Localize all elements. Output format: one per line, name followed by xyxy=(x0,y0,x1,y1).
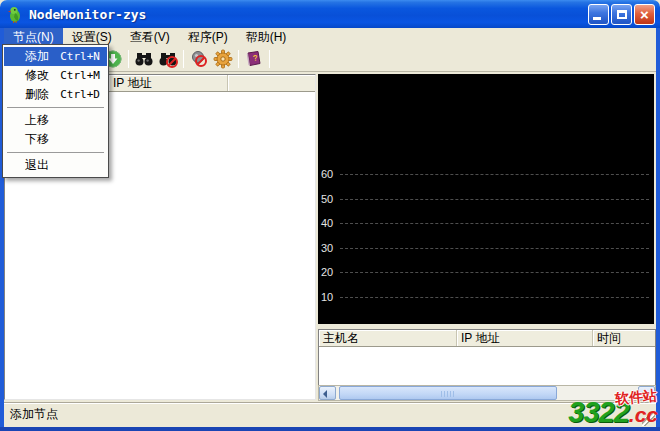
result-table-header: 主机名 IP 地址 时间 xyxy=(319,330,655,347)
gridline xyxy=(340,199,649,200)
menu-separator xyxy=(7,152,104,153)
statusbar: 添加节点 xyxy=(4,403,656,427)
menu-item-delete-label: 删除 xyxy=(25,86,49,103)
menu-item-move-down[interactable]: 下移 xyxy=(4,130,107,149)
window-border-right xyxy=(656,28,660,427)
help-book-icon: ? xyxy=(244,50,264,68)
scroll-left-button[interactable] xyxy=(319,386,336,400)
menu-item-delete[interactable]: 删除 Ctrl+D xyxy=(4,85,107,104)
y-tick-label: 10 xyxy=(321,290,333,304)
watermark: 软件站 3322.cc xyxy=(568,396,658,429)
help-button[interactable]: ? xyxy=(242,48,266,70)
menu-item-exit[interactable]: 退出 xyxy=(4,156,107,175)
settings-button[interactable] xyxy=(211,48,235,70)
result-column-time[interactable]: 时间 xyxy=(593,330,655,346)
menu-help[interactable]: 帮助(H) xyxy=(237,28,296,46)
stop-ball-icon xyxy=(190,50,208,68)
result-column-hostname[interactable]: 主机名 xyxy=(319,330,457,346)
y-tick-label: 60 xyxy=(321,167,333,181)
binoculars-stop-icon xyxy=(158,50,178,68)
result-table[interactable]: 主机名 IP 地址 时间 xyxy=(318,329,656,385)
gridline xyxy=(340,174,649,175)
toolbar-separator xyxy=(128,50,129,68)
y-tick-label: 20 xyxy=(321,265,333,279)
left-arrow-icon xyxy=(323,390,327,398)
maximize-button[interactable] xyxy=(611,4,632,25)
ping-chart: 60 50 40 30 20 10 xyxy=(318,74,654,324)
menu-item-modify[interactable]: 修改 Ctrl+M xyxy=(4,66,107,85)
menu-item-modify-label: 修改 xyxy=(25,67,49,84)
result-column-ip[interactable]: IP 地址 xyxy=(457,330,593,346)
node-list-column-ip[interactable]: IP 地址 xyxy=(109,75,228,91)
node-list-column-filler xyxy=(228,75,315,91)
search-button[interactable] xyxy=(132,48,156,70)
minimize-icon xyxy=(593,17,601,20)
stop-button[interactable] xyxy=(187,48,211,70)
menu-item-move-up[interactable]: 上移 xyxy=(4,111,107,130)
scrollbar-thumb[interactable] xyxy=(339,386,557,400)
menu-view[interactable]: 查看(V) xyxy=(121,28,179,46)
close-icon: × xyxy=(635,5,654,24)
menu-item-modify-accel: Ctrl+M xyxy=(60,69,100,82)
app-window: NodeMonitor-zys × 节点(N) 设置(S) 查看(V) 程序(P… xyxy=(0,0,660,431)
parrot-app-icon xyxy=(6,5,24,23)
window-title: NodeMonitor-zys xyxy=(29,7,588,22)
binoculars-icon xyxy=(134,50,154,68)
minimize-button[interactable] xyxy=(588,4,609,25)
toolbar-separator xyxy=(238,50,239,68)
maximize-icon xyxy=(617,10,627,19)
menu-item-move-down-label: 下移 xyxy=(25,131,49,148)
menu-item-move-up-label: 上移 xyxy=(25,112,49,129)
toolbar-separator xyxy=(183,50,184,68)
gridline xyxy=(340,248,649,249)
menu-item-delete-accel: Ctrl+D xyxy=(60,88,100,101)
menu-item-add-accel: Ctrl+N xyxy=(60,50,100,63)
y-tick-label: 40 xyxy=(321,216,333,230)
menu-item-add[interactable]: 添加 Ctrl+N xyxy=(4,47,107,66)
watermark-site-label: 软件站 xyxy=(614,387,657,409)
gridline xyxy=(340,223,649,224)
toolbar-separator xyxy=(269,50,270,68)
menu-program[interactable]: 程序(P) xyxy=(179,28,237,46)
gridline xyxy=(340,297,649,298)
menu-item-exit-label: 退出 xyxy=(25,157,49,174)
titlebar[interactable]: NodeMonitor-zys × xyxy=(0,0,660,28)
status-text: 添加节点 xyxy=(10,407,58,421)
menu-item-add-label: 添加 xyxy=(25,48,49,65)
scrollbar-grip-icon xyxy=(441,391,455,397)
close-button[interactable]: × xyxy=(634,4,655,25)
window-border-bottom xyxy=(0,427,660,431)
node-dropdown-menu: 添加 Ctrl+N 修改 Ctrl+M 删除 Ctrl+D 上移 下移 退出 xyxy=(2,44,109,178)
y-tick-label: 30 xyxy=(321,241,333,255)
menu-separator xyxy=(7,107,104,108)
gridline xyxy=(340,272,649,273)
gear-icon xyxy=(213,49,233,69)
y-tick-label: 50 xyxy=(321,192,333,206)
stop-search-button[interactable] xyxy=(156,48,180,70)
